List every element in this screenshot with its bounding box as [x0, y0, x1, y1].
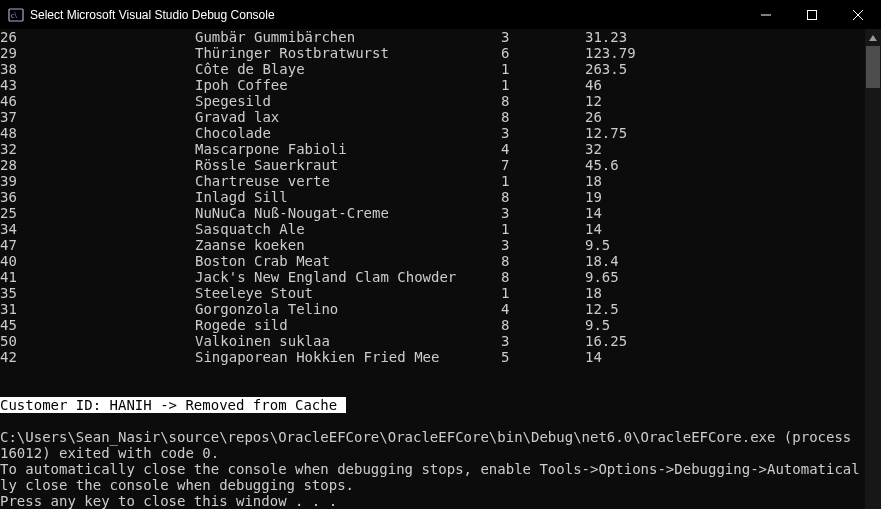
- table-row: 31Gorgonzola Telino412.5: [0, 301, 865, 317]
- cell-price: 14: [585, 349, 602, 365]
- cell-price: 18.4: [585, 253, 619, 269]
- table-row: 43Ipoh Coffee146: [0, 77, 865, 93]
- cell-qty: 8: [501, 109, 585, 125]
- cell-qty: 3: [501, 205, 585, 221]
- cell-price: 12: [585, 93, 602, 109]
- cell-price: 263.5: [585, 61, 627, 77]
- client-area: 26Gumbär Gummibärchen331.2329Thüringer R…: [0, 29, 881, 509]
- cell-qty: 6: [501, 45, 585, 61]
- cell-qty: 3: [501, 29, 585, 45]
- blank-line: [0, 365, 865, 381]
- titlebar[interactable]: c\ Select Microsoft Visual Studio Debug …: [0, 0, 881, 29]
- cell-id: 41: [0, 269, 195, 285]
- cell-name: NuNuCa Nuß-Nougat-Creme: [195, 205, 501, 221]
- cell-name: Mascarpone Fabioli: [195, 141, 501, 157]
- cell-name: Valkoinen suklaa: [195, 333, 501, 349]
- vertical-scrollbar[interactable]: [865, 29, 881, 509]
- selected-text: Customer ID: HANIH -> Removed from Cache: [0, 397, 346, 413]
- table-row: 46Spegesild812: [0, 93, 865, 109]
- cell-id: 37: [0, 109, 195, 125]
- cell-qty: 7: [501, 157, 585, 173]
- cell-name: Singaporean Hokkien Fried Mee: [195, 349, 501, 365]
- cell-name: Gravad lax: [195, 109, 501, 125]
- cell-price: 14: [585, 205, 602, 221]
- cell-id: 35: [0, 285, 195, 301]
- svg-text:c\: c\: [11, 11, 18, 20]
- cell-id: 46: [0, 93, 195, 109]
- cell-name: Gumbär Gummibärchen: [195, 29, 501, 45]
- cell-qty: 1: [501, 221, 585, 237]
- exit-line: C:\Users\Sean_Nasir\source\repos\OracleE…: [0, 429, 865, 461]
- minimize-button[interactable]: [743, 0, 789, 29]
- cell-name: Zaanse koeken: [195, 237, 501, 253]
- cell-id: 31: [0, 301, 195, 317]
- cell-name: Chocolade: [195, 125, 501, 141]
- console-output[interactable]: 26Gumbär Gummibärchen331.2329Thüringer R…: [0, 29, 865, 509]
- table-row: 50Valkoinen suklaa316.25: [0, 333, 865, 349]
- maximize-button[interactable]: [789, 0, 835, 29]
- blank-line: [0, 413, 865, 429]
- cell-qty: 1: [501, 61, 585, 77]
- cell-price: 12.5: [585, 301, 619, 317]
- table-row: 36Inlagd Sill819: [0, 189, 865, 205]
- window-title: Select Microsoft Visual Studio Debug Con…: [30, 8, 275, 22]
- table-row: 42Singaporean Hokkien Fried Mee514: [0, 349, 865, 365]
- cell-qty: 1: [501, 77, 585, 93]
- cell-id: 26: [0, 29, 195, 45]
- cell-id: 39: [0, 173, 195, 189]
- cell-id: 48: [0, 125, 195, 141]
- cell-name: Chartreuse verte: [195, 173, 501, 189]
- table-row: 45Rogede sild89.5: [0, 317, 865, 333]
- cell-qty: 8: [501, 189, 585, 205]
- cell-qty: 8: [501, 317, 585, 333]
- cell-name: Spegesild: [195, 93, 501, 109]
- close-button[interactable]: [835, 0, 881, 29]
- cell-name: Rogede sild: [195, 317, 501, 333]
- cell-price: 9.5: [585, 237, 610, 253]
- cell-price: 14: [585, 221, 602, 237]
- cell-price: 18: [585, 173, 602, 189]
- table-row: 38Côte de Blaye1263.5: [0, 61, 865, 77]
- cell-name: Sasquatch Ale: [195, 221, 501, 237]
- cell-qty: 3: [501, 125, 585, 141]
- cell-price: 32: [585, 141, 602, 157]
- scroll-thumb[interactable]: [866, 46, 880, 88]
- cell-name: Boston Crab Meat: [195, 253, 501, 269]
- table-row: 41Jack's New England Clam Chowder89.65: [0, 269, 865, 285]
- window-root: c\ Select Microsoft Visual Studio Debug …: [0, 0, 881, 509]
- cell-qty: 4: [501, 301, 585, 317]
- cell-name: Rössle Sauerkraut: [195, 157, 501, 173]
- cell-price: 9.65: [585, 269, 619, 285]
- cell-price: 46: [585, 77, 602, 93]
- table-row: 25NuNuCa Nuß-Nougat-Creme314: [0, 205, 865, 221]
- scroll-up-button[interactable]: [865, 29, 881, 46]
- svg-marker-6: [869, 35, 877, 41]
- cell-qty: 3: [501, 333, 585, 349]
- cell-price: 18: [585, 285, 602, 301]
- cell-name: Steeleye Stout: [195, 285, 501, 301]
- cell-id: 45: [0, 317, 195, 333]
- cell-name: Ipoh Coffee: [195, 77, 501, 93]
- table-row: 40Boston Crab Meat818.4: [0, 253, 865, 269]
- cell-qty: 1: [501, 173, 585, 189]
- cell-price: 31.23: [585, 29, 627, 45]
- table-row: 34Sasquatch Ale114: [0, 221, 865, 237]
- table-row: 47Zaanse koeken39.5: [0, 237, 865, 253]
- cell-id: 28: [0, 157, 195, 173]
- cell-id: 40: [0, 253, 195, 269]
- cell-name: Inlagd Sill: [195, 189, 501, 205]
- cell-id: 42: [0, 349, 195, 365]
- cell-price: 123.79: [585, 45, 636, 61]
- highlight-line: Customer ID: HANIH -> Removed from Cache: [0, 397, 865, 413]
- cell-id: 36: [0, 189, 195, 205]
- cell-qty: 1: [501, 285, 585, 301]
- cell-price: 26: [585, 109, 602, 125]
- hint-line: To automatically close the console when …: [0, 461, 865, 493]
- press-key-line: Press any key to close this window . . .: [0, 493, 865, 509]
- cell-price: 16.25: [585, 333, 627, 349]
- table-row: 37Gravad lax826: [0, 109, 865, 125]
- window-controls: [743, 0, 881, 29]
- cell-id: 32: [0, 141, 195, 157]
- table-row: 39Chartreuse verte118: [0, 173, 865, 189]
- table-row: 26Gumbär Gummibärchen331.23: [0, 29, 865, 45]
